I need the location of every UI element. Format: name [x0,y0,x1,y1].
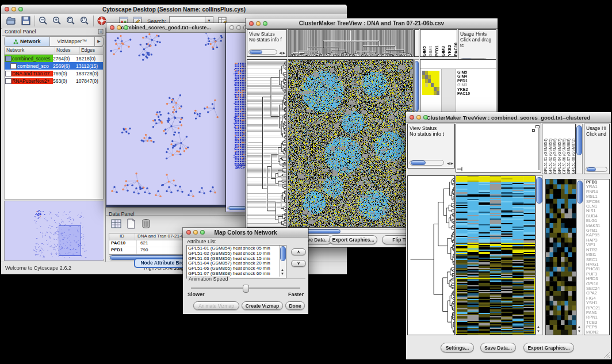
animate-vizmap-button[interactable]: Animate Vizmap [193,301,239,310]
main-titlebar[interactable]: Cytoscape Desktop (Session Name: collins… [1,5,347,14]
attribute-list-vscrollbar[interactable]: ▲▼ [280,246,286,277]
control-panel: Control Panel Network VizMapper™ ▶ Netwo… [2,28,106,262]
column-label[interactable]: GPL51-02 (GSM855) [548,139,553,174]
treeview1-titlebar[interactable]: ClusterMaker TreeView : DNA and Tran 07-… [246,18,498,29]
zoom-window-icon[interactable] [124,25,128,30]
zoom-in-icon[interactable] [52,16,62,26]
heatmap-vscrollbar[interactable]: ▲▼ [536,175,543,335]
column-label[interactable]: GPL51-07 (GSM868) [567,139,571,174]
status-hscrollbar[interactable] [248,49,277,55]
gene-list-panel: PFD1YRA1RNR4MSL1SPC98CLN1NIS1BUD4ELG1MAK… [584,179,610,335]
tab-network[interactable]: Network [5,37,50,46]
button-settings[interactable]: Settings... [441,343,474,352]
done-button[interactable]: Done [285,301,305,310]
heatmap-panel[interactable] [456,175,536,335]
network-canvas[interactable] [106,33,225,205]
table-row[interactable]: DNA and Tran 07769(0)183728(0) [5,70,103,77]
scroll-arrows[interactable]: ◀ ▶ [279,51,285,55]
help-lifesaver-icon[interactable] [97,16,107,26]
gene-label[interactable]: MON2 [586,330,609,335]
move-up-button[interactable]: ∧ [291,248,306,255]
button-export-graphics[interactable]: Export Graphics... [329,235,377,244]
close-icon[interactable] [186,230,191,235]
minimize-icon[interactable] [117,25,121,30]
status-hscrollbar[interactable] [410,160,444,166]
column-labels-vscrollbar[interactable] [576,124,583,174]
button-export-graphics[interactable]: Export Graphics... [523,343,574,352]
network-hscrollbar[interactable] [227,206,247,210]
zoom-selected-icon[interactable] [79,16,90,26]
matrix-row-label[interactable]: GIM3 [457,83,470,87]
close-icon[interactable] [249,21,254,26]
column-label[interactable]: GIM5 [422,46,427,56]
window-controls[interactable] [5,7,23,12]
minimize-icon[interactable] [256,21,261,26]
column-header-edges[interactable]: Edges [80,47,103,54]
column-label[interactable]: GIM3 [441,46,446,56]
column-header-network[interactable]: Network [5,47,55,54]
column-label[interactable]: PFD1 [434,45,440,56]
column-label[interactable]: YKE2 [447,45,453,56]
map-dialog-titlebar[interactable]: Map Colors to Network [183,228,308,237]
column-label[interactable]: GPL51-08 (GSM872) [571,139,576,174]
table-row[interactable]: combined_sco2569(6)13112(15) [5,62,103,70]
close-icon[interactable] [230,25,234,30]
network-view-titlebar[interactable]: combined_scores_good.txt--cluste... [106,23,225,33]
column-label[interactable]: GPL51-01 (GSM854) [544,139,548,174]
row-dendrogram-panel[interactable] [247,59,287,228]
tab-overflow-button[interactable]: ▶ [95,37,103,46]
zoom-window-icon[interactable] [423,115,428,120]
close-icon[interactable] [110,25,114,30]
attribute-listbox[interactable]: GPL51-01 (GSM854) heat shock 05 minGPL51… [186,245,286,278]
matrix-row-label[interactable]: GIM5 [457,70,470,74]
usage-hscrollbar[interactable] [586,167,607,172]
column-dendrogram-panel[interactable] [456,124,541,173]
table-row[interactable]: combined_scores2764(0)16218(0) [5,55,103,62]
table-row[interactable]: RNAPuberNov2+563(0)107847(0) [5,77,103,85]
attribute-table-icon[interactable] [110,218,122,229]
column-dendrogram-panel[interactable] [288,29,414,57]
minimize-icon[interactable] [12,7,16,12]
delete-attribute-trash-icon[interactable] [140,218,152,229]
close-icon[interactable] [5,7,9,12]
heatmap-panel[interactable] [288,59,414,228]
minimize-icon[interactable] [416,115,421,120]
close-icon[interactable] [410,115,414,120]
tab-vizmapper[interactable]: VizMapper™ [50,37,95,46]
matrix-row-label[interactable]: YKE2 [457,87,470,91]
minimize-icon[interactable] [193,230,198,235]
matrix-row-label[interactable]: GIM4 [457,74,470,78]
row-dendrogram-panel[interactable] [407,175,455,335]
column-label[interactable]: GPL51-06 (GSM865) [562,139,567,174]
network-overview-panel[interactable] [4,201,104,261]
zoom-heatmap-panel[interactable] [545,179,576,335]
zoom-out-icon[interactable] [38,16,48,26]
column-header-nodes[interactable]: Nodes [55,47,80,54]
correlation-matrix-canvas[interactable] [422,71,440,96]
zoom-vscrollbar[interactable]: ▲▼ [576,179,583,335]
minimize-icon[interactable] [236,25,241,30]
float-panel-icon[interactable] [98,29,104,35]
matrix-row-label[interactable]: PAC10 [457,91,470,95]
resize-grip[interactable] [603,352,610,359]
column-label[interactable]: GPL51-04 (GSM857) [557,139,562,174]
zoom-window-icon[interactable] [18,7,23,12]
zoom-window-icon[interactable] [200,230,205,235]
treeview2-titlebar[interactable]: ClusterMaker TreeView : combined_scores_… [406,112,611,123]
column-label[interactable]: PAC10 [453,43,457,56]
create-vizmap-button[interactable]: Create Vizmap [242,301,283,310]
column-label[interactable]: GPL51-03 (GSM856) [553,139,557,174]
scroll-arrows[interactable]: ◀ ▶ [447,161,453,165]
button-save-data[interactable]: Save Data... [480,343,516,352]
view-status-title: View Status [408,124,454,131]
data-column-id[interactable]: ID [109,233,135,240]
new-attribute-icon[interactable] [125,218,137,229]
open-folder-icon[interactable] [6,16,16,26]
move-down-button[interactable]: ∨ [291,260,306,267]
save-icon[interactable] [21,16,31,26]
speed-slider-thumb[interactable] [243,285,249,293]
zoom-fit-icon[interactable] [66,16,76,26]
zoom-window-icon[interactable] [263,21,267,26]
column-label[interactable]: GIM4 [428,46,434,56]
matrix-row-label[interactable]: PFD1 [457,79,470,83]
